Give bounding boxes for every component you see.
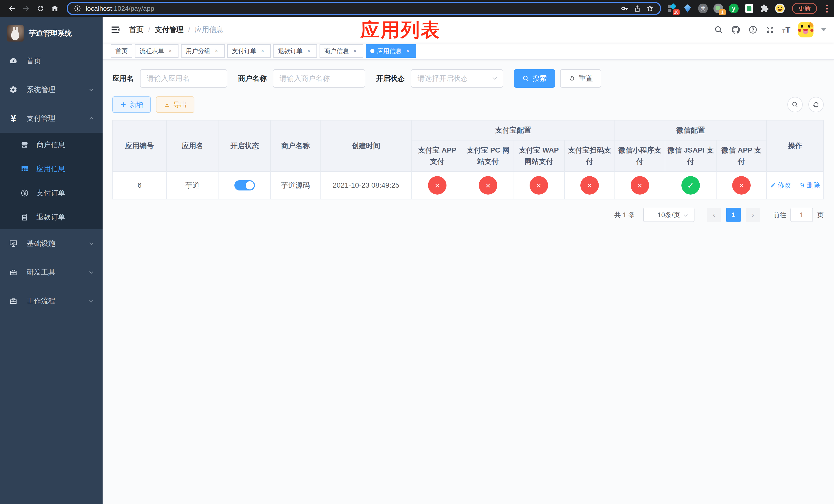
extension-doc-icon[interactable] [744, 4, 754, 13]
tag-process-form[interactable]: 流程表单× [135, 44, 178, 58]
close-icon[interactable]: × [305, 47, 312, 54]
search-button[interactable]: 搜索 [514, 69, 555, 88]
tag-user-group[interactable]: 用户分组× [181, 44, 225, 58]
font-size-icon[interactable]: TT [782, 26, 790, 34]
avatar-caret-icon[interactable] [821, 28, 826, 31]
chrome-update-button[interactable]: 更新 [792, 3, 817, 14]
prev-page-button[interactable]: ‹ [707, 208, 721, 222]
col-header-wx-app: 微信 APP 支付 [716, 140, 767, 171]
browser-menu-icon[interactable] [826, 5, 828, 13]
extension-camera-icon[interactable]: 1 [714, 4, 723, 13]
sidebar-item-workflow[interactable]: 工作流程 [0, 287, 103, 315]
goto-label: 前往 [773, 210, 786, 220]
close-icon[interactable]: × [167, 47, 174, 54]
extension-kit-icon[interactable]: 10 [667, 4, 677, 13]
sidebar: 芋道管理系统 首页 系统管理 ¥ 支付管理 [0, 17, 103, 504]
password-key-icon[interactable] [621, 4, 629, 13]
address-bar[interactable]: localhost:1024/pay/app [67, 2, 661, 15]
share-icon[interactable] [633, 5, 641, 12]
reset-button[interactable]: 重置 [560, 69, 601, 88]
app-name-input[interactable] [140, 69, 227, 88]
cell-actions: 修改 删除 [767, 171, 824, 199]
next-page-button[interactable]: › [746, 208, 760, 222]
alipay-wap-status-icon[interactable]: × [530, 176, 548, 194]
sidebar-collapse-icon[interactable] [110, 25, 120, 35]
close-icon[interactable]: × [259, 47, 266, 54]
forward-icon[interactable] [20, 2, 33, 15]
delete-link[interactable]: 删除 [799, 181, 820, 190]
extensions-puzzle-icon[interactable] [760, 4, 769, 13]
alipay-pc-status-icon[interactable]: × [479, 176, 497, 194]
cell-merchant: 芋道源码 [270, 171, 320, 199]
wx-mini-status-icon[interactable]: × [631, 176, 649, 194]
group-header-alipay: 支付宝配置 [412, 120, 615, 140]
toggle-search-icon[interactable] [787, 97, 803, 112]
close-icon[interactable]: × [213, 47, 220, 54]
sidebar-item-devtools[interactable]: 研发工具 [0, 258, 103, 287]
sidebar-item-merchant-info[interactable]: 商户信息 [0, 133, 103, 157]
sidebar-item-infra[interactable]: 基础设施 [0, 229, 103, 258]
sidebar-logo[interactable]: 芋道管理系统 [0, 17, 103, 44]
sidebar-item-system[interactable]: 系统管理 [0, 75, 103, 104]
page-size-select[interactable]: 10条/页 [643, 208, 695, 222]
extension-y-icon[interactable]: y [729, 4, 739, 13]
close-icon[interactable]: × [404, 47, 411, 54]
tag-pay-orders[interactable]: 支付订单× [227, 44, 271, 58]
document-icon [20, 213, 29, 221]
extension-balloon-icon[interactable] [683, 4, 693, 13]
add-button[interactable]: 新增 [112, 96, 151, 113]
filter-name-label: 应用名 [112, 74, 134, 83]
profile-avatar-icon[interactable] [775, 4, 785, 13]
status-select[interactable] [411, 69, 503, 88]
github-icon[interactable] [731, 25, 741, 35]
sidebar-item-refund-orders[interactable]: 退款订单 [0, 205, 103, 229]
sidebar-item-home[interactable]: 首页 [0, 47, 103, 75]
filter-form: 应用名 商户名称 开启状态 搜索 重置 [112, 69, 824, 88]
current-page-button[interactable]: 1 [726, 208, 741, 222]
status-toggle[interactable] [235, 180, 255, 190]
col-header-alipay-qr: 支付宝扫码支付 [565, 140, 615, 171]
back-icon[interactable] [5, 2, 19, 15]
grid-table-icon [20, 165, 29, 173]
sidebar-item-label: 工作流程 [27, 296, 56, 306]
yen-icon: ¥ [9, 113, 18, 124]
tag-refund-orders[interactable]: 退款订单× [273, 44, 317, 58]
toolbox-icon [9, 268, 18, 276]
sidebar-item-pay-orders[interactable]: 支付订单 [0, 181, 103, 205]
tag-home[interactable]: 首页 [111, 44, 132, 58]
close-icon[interactable]: × [351, 47, 358, 54]
user-avatar[interactable] [798, 22, 813, 38]
yen-circle-icon [20, 189, 29, 197]
fullscreen-icon[interactable] [765, 25, 774, 35]
home-icon[interactable] [48, 2, 62, 15]
search-icon[interactable] [714, 25, 723, 35]
wx-jsapi-status-icon[interactable]: ✓ [681, 176, 700, 194]
breadcrumb-home[interactable]: 首页 [129, 25, 144, 35]
sidebar-item-payment[interactable]: ¥ 支付管理 [0, 104, 103, 133]
refresh-icon[interactable] [808, 97, 824, 112]
alipay-qr-status-icon[interactable]: × [580, 176, 599, 194]
cell-created: 2021-10-23 08:49:25 [320, 171, 412, 199]
sidebar-item-app-info[interactable]: 应用信息 [0, 157, 103, 181]
alipay-app-status-icon[interactable]: × [428, 176, 446, 194]
chevron-down-icon [88, 269, 94, 275]
merchant-name-input[interactable] [273, 69, 365, 88]
bookmark-star-icon[interactable] [646, 4, 654, 13]
url-text[interactable]: localhost:1024/pay/app [86, 5, 616, 13]
extension-command-icon[interactable]: ⌘ [698, 4, 708, 13]
tag-app-info-active[interactable]: 应用信息× [366, 44, 416, 58]
help-icon[interactable] [748, 25, 758, 35]
goto-page-input[interactable] [790, 208, 813, 222]
export-button[interactable]: 导出 [156, 96, 194, 113]
edit-link[interactable]: 修改 [770, 181, 791, 190]
site-info-icon[interactable] [74, 5, 81, 12]
extension-badge: 10 [673, 9, 680, 15]
tag-merchant-info[interactable]: 商户信息× [320, 44, 363, 58]
top-navbar: 首页 / 支付管理 / 应用信息 TT [103, 17, 834, 43]
breadcrumb-payment[interactable]: 支付管理 [155, 25, 184, 35]
wx-app-status-icon[interactable]: × [732, 176, 751, 194]
cell-status [219, 171, 270, 199]
app-table: 应用编号 应用名 开启状态 商户名称 创建时间 支付宝配置 微信配置 操作 支付… [112, 120, 824, 200]
reload-icon[interactable] [34, 2, 47, 15]
sidebar-item-label: 系统管理 [27, 85, 56, 95]
